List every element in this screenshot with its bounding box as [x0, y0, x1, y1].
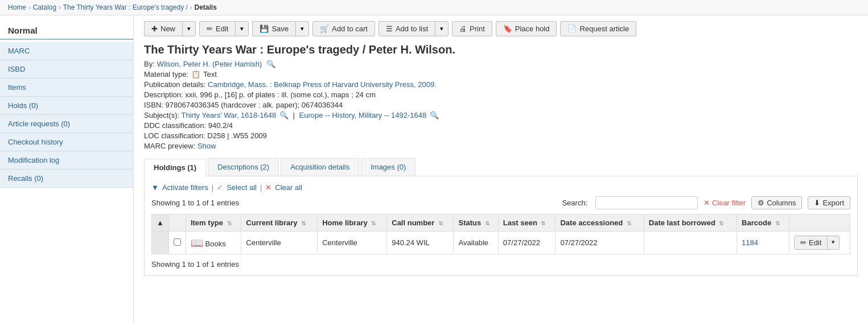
- record-by: By: Wilson, Peter H. (Peter Hamish) 🔍: [144, 60, 858, 68]
- columns-gear-icon: ⚙: [758, 199, 764, 207]
- request-article-button[interactable]: 📄 Request article: [560, 21, 636, 36]
- date-accessioned-header[interactable]: Date accessioned ⇅: [556, 214, 644, 232]
- ddc-row: DDC classification: 940.2/4: [144, 121, 858, 130]
- add-to-list-label: Add to list: [396, 24, 428, 33]
- breadcrumb-sep-2: ›: [59, 4, 61, 11]
- description-row: Description: xxii, 996 p., [16] p. of pl…: [144, 90, 858, 99]
- barcode-sort-icon: ⇅: [775, 220, 780, 226]
- barcode-header[interactable]: Barcode ⇅: [737, 214, 789, 232]
- sidebar-item-holds[interactable]: Holds (0): [0, 97, 133, 115]
- export-label: Export: [822, 199, 844, 207]
- save-caret[interactable]: ▾: [295, 21, 309, 36]
- sidebar-item-checkout-history[interactable]: Checkout history: [0, 133, 133, 151]
- row-checkbox-cell[interactable]: [168, 232, 186, 254]
- loc-row: LOC classification: D258 | .W55 2009: [144, 131, 858, 140]
- search-input[interactable]: [595, 196, 698, 209]
- holdings-panel: ▼ Activate filters | ✓ Select all | ✕ Cl…: [144, 176, 858, 276]
- barcode-header-label: Barcode: [742, 218, 771, 227]
- row-edit-label: Edit: [809, 238, 821, 247]
- date-last-borrowed-header[interactable]: Date last borrowed ⇅: [644, 214, 737, 232]
- print-icon: 🖨: [459, 24, 467, 33]
- tab-holdings[interactable]: Holdings (1): [144, 159, 206, 176]
- add-to-list-caret[interactable]: ▾: [435, 21, 449, 36]
- marc-preview-link[interactable]: Show: [198, 142, 216, 150]
- row-edit-button[interactable]: ✏ Edit: [795, 236, 828, 249]
- record-title: The Thirty Years War : Europe's tragedy …: [144, 43, 858, 56]
- sidebar-item-items[interactable]: Items: [0, 79, 133, 97]
- row-checkbox[interactable]: [174, 238, 181, 246]
- tab-descriptions[interactable]: Descriptions (2): [208, 158, 279, 176]
- export-button[interactable]: ⬇ Export: [808, 196, 850, 209]
- new-button[interactable]: ✚ New: [144, 21, 182, 36]
- breadcrumb-catalog[interactable]: Catalog: [33, 3, 56, 11]
- row-date-accessioned: 07/27/2022: [556, 232, 644, 254]
- description-value: xxii, 996 p., [16] p. of plates : ill. (…: [185, 90, 376, 99]
- edit-button[interactable]: ✏ Edit: [199, 21, 235, 36]
- activate-filters-link[interactable]: Activate filters: [162, 183, 208, 192]
- home-library-header-label: Home library: [322, 218, 367, 227]
- status-header[interactable]: Status ⇅: [454, 214, 498, 232]
- subject-2-link[interactable]: Europe -- History, Military -- 1492-1648: [299, 111, 427, 119]
- subject-1-link[interactable]: Thirty Years' War, 1618-1648: [182, 111, 277, 119]
- last-seen-header[interactable]: Last seen ⇅: [498, 214, 556, 232]
- new-button-group: ✚ New ▾: [144, 21, 196, 36]
- row-current-library: Centerville: [241, 232, 318, 254]
- item-type-header[interactable]: Item type ⇅: [186, 214, 241, 232]
- showing-entries-bottom: Showing 1 to 1 of 1 entries: [151, 260, 850, 269]
- publication-link[interactable]: Cambridge, Mass. : Belknap Press of Harv…: [208, 80, 437, 89]
- export-icon: ⬇: [814, 199, 820, 207]
- row-barcode: 1184: [737, 232, 789, 254]
- print-button[interactable]: 🖨 Print: [452, 21, 492, 36]
- toolbar: ✚ New ▾ ✏ Edit ▾ 💾 Save ▾: [144, 15, 858, 43]
- add-to-cart-button[interactable]: 🛒 Add to cart: [312, 21, 375, 36]
- columns-button[interactable]: ⚙ Columns: [751, 196, 802, 209]
- status-header-label: Status: [458, 218, 481, 227]
- place-hold-label: Place hold: [515, 24, 550, 33]
- search-bar-right: Search: ✕ Clear filter ⚙ Columns ⬇ Expor…: [562, 196, 850, 209]
- save-label: Save: [271, 24, 289, 33]
- sidebar-item-marc[interactable]: MARC: [0, 42, 133, 60]
- sidebar-item-recalls[interactable]: Recalls (0): [0, 170, 133, 188]
- description-label: Description:: [144, 90, 183, 99]
- select-all-link[interactable]: Select all: [227, 183, 257, 192]
- tab-images[interactable]: Images (0): [361, 158, 416, 176]
- breadcrumb-home[interactable]: Home: [8, 3, 26, 11]
- date-accessioned-header-label: Date accessioned: [560, 218, 623, 227]
- marc-preview-row: MARC preview: Show: [144, 142, 858, 150]
- holdings-actions: ▼ Activate filters | ✓ Select all | ✕ Cl…: [151, 183, 850, 192]
- loc-value: D258 | .W55 2009: [207, 131, 267, 140]
- home-library-header[interactable]: Home library ⇅: [318, 214, 387, 232]
- current-library-header[interactable]: Current library ⇅: [241, 214, 318, 232]
- save-button[interactable]: 💾 Save: [252, 21, 295, 36]
- add-to-list-button[interactable]: ☰ Add to list: [379, 21, 435, 36]
- barcode-link[interactable]: 1184: [742, 238, 758, 247]
- edit-caret[interactable]: ▾: [235, 21, 249, 36]
- place-hold-button[interactable]: 🔖 Place hold: [496, 21, 557, 36]
- file-icon: 📄: [567, 24, 577, 33]
- row-edit-caret[interactable]: ▾: [828, 236, 839, 249]
- clear-filter-link[interactable]: ✕ Clear filter: [704, 199, 746, 207]
- breadcrumb-sep-3: ›: [190, 4, 192, 11]
- publication-row: Publication details: Cambridge, Mass. : …: [144, 80, 858, 89]
- edit-label: Edit: [216, 24, 228, 33]
- item-type-header-label: Item type: [191, 218, 223, 227]
- sidebar-item-article-requests[interactable]: Article requests (0): [0, 115, 133, 133]
- author-link[interactable]: Wilson, Peter H. (Peter Hamish): [157, 60, 262, 68]
- sidebar-item-isbd[interactable]: ISBD: [0, 60, 133, 79]
- save-button-group: 💾 Save ▾: [252, 21, 309, 36]
- call-number-header[interactable]: Call number ⇅: [387, 214, 454, 232]
- subject-2-search-icon[interactable]: 🔍: [430, 111, 439, 119]
- tab-acquisition[interactable]: Acquisition details: [281, 158, 359, 176]
- home-library-sort-icon: ⇅: [371, 220, 376, 226]
- subject-1-search-icon[interactable]: 🔍: [279, 111, 289, 119]
- breadcrumb-record[interactable]: The Thirty Years War : Europe's tragedy …: [63, 3, 188, 11]
- clear-all-link[interactable]: Clear all: [275, 183, 302, 192]
- loc-label: LOC classification:: [144, 131, 205, 140]
- holdings-table: ▲ Item type ⇅ Current library ⇅ Home lib…: [151, 214, 850, 254]
- sort-header[interactable]: ▲: [152, 214, 169, 232]
- new-caret[interactable]: ▾: [182, 21, 196, 36]
- author-search-icon[interactable]: 🔍: [266, 60, 275, 68]
- sidebar-item-modification-log[interactable]: Modification log: [0, 151, 133, 170]
- isbn-value: 9780674036345 (hardcover : alk. paper); …: [166, 101, 343, 109]
- actions-header: [789, 214, 850, 232]
